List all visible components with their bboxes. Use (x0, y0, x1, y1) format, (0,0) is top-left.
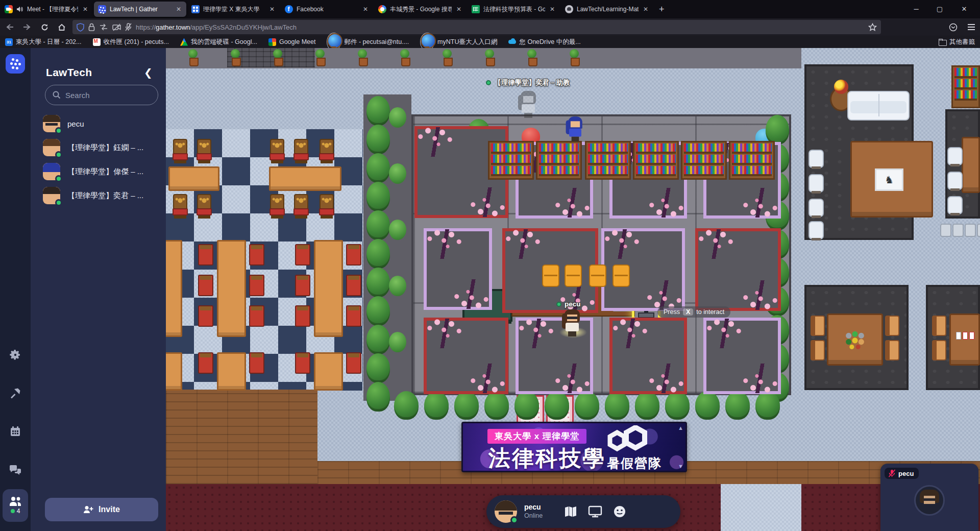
bookshelf (729, 141, 775, 180)
white-chair (808, 221, 824, 239)
bookmark-drive[interactable]: 我的雲端硬碟 - Googl... (180, 38, 257, 46)
bookmark-star-icon[interactable] (868, 23, 877, 32)
tab-leeandli[interactable]: 理律學堂 X 東吳大學 ✕ (187, 2, 280, 17)
menu-hamburger-icon[interactable] (964, 20, 979, 34)
build-hammer-icon[interactable] (9, 387, 22, 400)
banner-hexagon-logo (595, 425, 651, 465)
tab-close-icon[interactable]: ✕ (268, 6, 276, 13)
banquet-table (269, 166, 341, 191)
cypress-tree (366, 182, 390, 211)
lock-icon[interactable] (88, 23, 95, 31)
chat-bubbles-icon[interactable] (9, 464, 22, 477)
back-button[interactable] (2, 20, 17, 34)
tab-close-icon[interactable]: ✕ (175, 6, 182, 13)
ornate-chair (197, 139, 212, 163)
tracking-shield-icon[interactable] (77, 23, 84, 32)
study-table (314, 240, 343, 337)
bookshelf (585, 141, 631, 180)
calendar-icon[interactable] (9, 425, 22, 438)
avatar (43, 163, 60, 180)
bookmark-onedrive[interactable]: 您 OneDrive 中的最... (508, 38, 580, 46)
potted-plant (569, 49, 579, 65)
tab-google-search[interactable]: 丰城秀景 - Google 搜尋 ✕ (374, 2, 467, 17)
gray-chair (952, 224, 964, 237)
microphone-blocked-icon[interactable] (125, 23, 132, 31)
camera-blocked-icon[interactable] (112, 23, 121, 31)
home-button[interactable] (54, 20, 69, 34)
red-chair (346, 352, 361, 374)
tan-chair (885, 340, 899, 360)
gather-favicon (98, 5, 106, 13)
participant-row[interactable]: 【理律學堂】鈺嫻 – ... (43, 137, 160, 158)
tab-close-icon[interactable]: ✕ (455, 6, 462, 13)
bookmarks-toolbar: 31東吳大學 - 日曆 - 202... 收件匣 (201) - pecuts.… (0, 36, 980, 48)
player-avatar-pecu[interactable] (562, 309, 582, 337)
picture-frame[interactable]: ♞ (875, 168, 903, 191)
tab-facebook[interactable]: Facebook ✕ (281, 2, 373, 17)
tab-meet[interactable]: Meet - 【理律夏令營】線上會... ✕ (1, 2, 93, 17)
ornate-chair (270, 194, 285, 219)
bush (389, 276, 406, 296)
window-close-button[interactable]: ✕ (952, 0, 976, 17)
participants-button[interactable]: 4 (3, 489, 28, 522)
bookmark-meet[interactable]: Google Meet (268, 38, 316, 46)
orange-chair (589, 264, 606, 287)
drive-favicon (180, 38, 188, 46)
tab-sheets[interactable]: 法律科技學預算表 - Google 試... ✕ (468, 2, 560, 17)
tab-close-icon[interactable]: ✕ (642, 6, 649, 13)
playing-cards[interactable] (956, 332, 975, 340)
tan-chair (885, 316, 899, 336)
window-restore-button[interactable]: ▢ (928, 0, 951, 17)
white-chair (947, 196, 963, 214)
bookmark-gmail[interactable]: 收件匣 (201) - pecuts... (93, 38, 169, 46)
participant-row-pecu[interactable]: pecu (43, 113, 160, 134)
player-avatar-button[interactable] (495, 500, 517, 523)
board-game[interactable] (844, 330, 866, 349)
cypress-tree (605, 391, 629, 420)
reload-button[interactable] (37, 20, 52, 34)
tan-chair (811, 340, 825, 360)
study-table (217, 352, 246, 391)
new-tab-button[interactable]: + (654, 3, 670, 16)
player-identity[interactable]: pecu Online (524, 503, 543, 520)
minimap-icon[interactable] (563, 504, 578, 519)
cypress-tree (366, 239, 390, 269)
meet-favicon (268, 38, 276, 46)
cypress-tree (454, 391, 479, 420)
settings-gear-icon[interactable] (9, 348, 22, 361)
participant-row[interactable]: 【理律學堂】偉傑 – ... (43, 161, 160, 182)
invite-button[interactable]: Invite (45, 498, 158, 521)
url-bar[interactable]: https://gather.town/app/EySsSA2nDu5YKHjw… (72, 20, 881, 34)
sidebar-collapse-chevron-icon[interactable]: ❮ (144, 66, 153, 79)
search-input[interactable] (65, 91, 147, 100)
onedrive-favicon (508, 38, 516, 46)
tab-close-icon[interactable]: ✕ (362, 6, 369, 13)
red-chair (198, 275, 213, 296)
other-bookmarks-button[interactable]: 其他書籤 (939, 38, 975, 46)
cypress-tree (366, 353, 390, 383)
table (962, 137, 980, 193)
tab-github[interactable]: LawTech/Learning-Materials ✕ (561, 2, 653, 17)
tab-gather-active[interactable]: LawTech | Gather ✕ (94, 2, 186, 17)
scroll-down-icon[interactable]: ▼ (678, 463, 683, 469)
event-banner[interactable]: 東吳大學 x 理律學堂 法律科技學 暑假營隊 ▲ ▼ (461, 422, 687, 472)
screenshare-icon[interactable] (587, 504, 603, 519)
forward-button[interactable] (19, 20, 35, 34)
search-box[interactable] (45, 85, 158, 105)
pocket-icon[interactable] (945, 20, 961, 34)
tab-close-icon[interactable]: ✕ (82, 6, 89, 13)
window-minimize-button[interactable]: ─ (904, 0, 928, 17)
tab-close-icon[interactable]: ✕ (549, 6, 556, 13)
bookmark-calendar[interactable]: 31東吳大學 - 日曆 - 202... (5, 38, 82, 46)
potted-plant (273, 49, 283, 65)
scroll-up-icon[interactable]: ▲ (678, 425, 683, 431)
tab-audio-icon[interactable] (16, 6, 23, 12)
self-video-tile[interactable]: pecu (880, 464, 978, 531)
autoplay-blocked-icon[interactable] (99, 23, 108, 31)
url-text[interactable]: https://gather.town/app/EySsSA2nDu5YKHjw… (136, 23, 864, 31)
gather-logo[interactable] (6, 54, 25, 74)
game-map[interactable]: ♞ 東吳大學 x 理律學堂 法律科技學 暑假營隊 ▲ ▼ 【理律學堂】奕君－助教… (166, 48, 980, 531)
participant-row[interactable]: 【理律學堂】奕君 – ... (43, 185, 160, 206)
online-dot (11, 509, 15, 513)
emote-smiley-icon[interactable] (612, 504, 627, 519)
